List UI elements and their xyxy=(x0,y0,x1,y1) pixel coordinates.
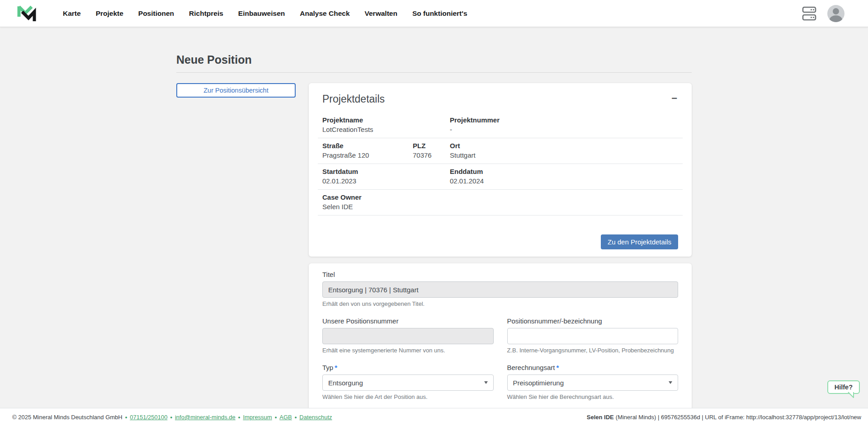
nav-item-analyse-check[interactable]: Analyse Check xyxy=(300,9,349,18)
nav-item-projekte[interactable]: Projekte xyxy=(96,9,123,18)
separator-dot: • xyxy=(275,414,277,421)
projektnummer-value: - xyxy=(450,126,678,133)
collapse-minus-icon[interactable]: − xyxy=(670,93,678,104)
strasse-value: Pragstraße 120 xyxy=(322,151,404,159)
avatar-head xyxy=(833,8,839,14)
help-button-label: Hilfe? xyxy=(835,384,853,391)
avatar-shoulders xyxy=(830,15,842,22)
startdatum-label: Startdatum xyxy=(322,168,441,175)
page-title: Neue Position xyxy=(176,53,692,66)
table-row: Startdatum 02.01.2023 Enddatum 02.01.202… xyxy=(318,164,683,190)
projektname-label: Projektname xyxy=(322,116,441,124)
copyright-text: © 2025 Mineral Minds Deutschland GmbH xyxy=(12,414,123,421)
typ-selected-value: Entsorgung xyxy=(328,379,363,387)
session-user: Selen IDE xyxy=(587,414,614,421)
table-row: Straße Pragstraße 120 PLZ 70376 Ort Stut… xyxy=(318,138,683,164)
titel-helper-text: Erhält den von uns vorgegebenen Titel. xyxy=(322,300,678,307)
nav-item-richtpreis[interactable]: Richtpreis xyxy=(189,9,223,18)
server-icon[interactable] xyxy=(802,6,816,21)
startdatum-value: 02.01.2023 xyxy=(322,177,441,185)
enddatum-label: Enddatum xyxy=(450,168,678,175)
berechnungsart-selected-value: Preisoptimierung xyxy=(513,379,564,387)
footer-link-phone[interactable]: 07151/250100 xyxy=(130,414,167,421)
nav-item-so-funktionierts[interactable]: So funktioniert's xyxy=(412,9,467,18)
ort-value: Stuttgart xyxy=(450,151,678,159)
new-position-form-card: Titel Erhält den von uns vorgegebenen Ti… xyxy=(309,263,692,408)
project-card-title: Projektdetails xyxy=(322,93,385,105)
project-details-table: Projektname LotCreationTests Projektnumm… xyxy=(318,112,683,215)
required-asterisk: * xyxy=(556,364,559,371)
session-info: (Mineral Minds) | 69576255536d | URL of … xyxy=(616,414,861,421)
positionsnummer-helper-text: Z.B. Interne-Vorgangsnummer, LV-Position… xyxy=(507,347,679,354)
unsere-positionsnummer-helper-text: Erhält eine systemgenerierte Nummer von … xyxy=(322,347,494,354)
user-avatar-icon[interactable] xyxy=(827,5,844,22)
session-status-text: Selen IDE(Mineral Minds) | 69576255536d … xyxy=(587,414,861,421)
main-navigation: Karte Projekte Positionen Richtpreis Ein… xyxy=(63,9,467,18)
case-owner-label: Case Owner xyxy=(322,193,678,201)
plz-value: 70376 xyxy=(413,151,441,159)
footer-link-impressum[interactable]: Impressum xyxy=(243,414,272,421)
typ-helper-text: Wählen Sie hier die Art der Position aus… xyxy=(322,393,494,400)
main-content: Neue Position Zur Positionsübersicht Pro… xyxy=(0,27,868,408)
table-row: Projektname LotCreationTests Projektnumm… xyxy=(318,112,683,138)
typ-field-group: Typ* Entsorgung Wählen Sie hier die Art … xyxy=(322,364,494,400)
enddatum-value: 02.01.2024 xyxy=(450,177,678,185)
ort-label: Ort xyxy=(450,142,678,150)
mineral-minds-logo-icon[interactable] xyxy=(16,3,37,24)
left-column: Zur Positionsübersicht xyxy=(176,83,296,98)
speech-bubble-tail-icon xyxy=(848,392,855,398)
project-details-card: Projektdetails − Projektname LotCreation… xyxy=(309,83,692,257)
separator-dot: • xyxy=(295,414,297,421)
separator-dot: • xyxy=(125,414,127,421)
positionsnummer-label: Positionsnummer/-bezeichnung xyxy=(507,317,679,325)
typ-label: Typ* xyxy=(322,364,494,371)
unsere-positionsnummer-input xyxy=(322,328,494,344)
footer-link-datenschutz[interactable]: Datenschutz xyxy=(299,414,332,421)
separator-dot: • xyxy=(238,414,241,421)
berechnungsart-field-group: Berechnungsart* Preisoptimierung Wählen … xyxy=(507,364,679,400)
chevron-down-icon xyxy=(669,381,672,384)
unsere-positionsnummer-field-group: Unsere Positionsnummer Erhält eine syste… xyxy=(322,317,494,354)
projektname-value: LotCreationTests xyxy=(322,126,441,133)
berechnungsart-helper-text: Wählen Sie hier die Berechnungsart aus. xyxy=(507,393,679,400)
plz-label: PLZ xyxy=(413,142,441,150)
back-to-positions-button[interactable]: Zur Positionsübersicht xyxy=(176,83,296,98)
typ-select[interactable]: Entsorgung xyxy=(322,375,494,391)
unsere-positionsnummer-label: Unsere Positionsnummer xyxy=(322,317,494,325)
footer-left: © 2025 Mineral Minds Deutschland GmbH • … xyxy=(12,414,332,421)
nav-item-verwalten[interactable]: Verwalten xyxy=(365,9,397,18)
nav-item-positionen[interactable]: Positionen xyxy=(138,9,174,18)
titel-field-group: Titel Erhält den von uns vorgegebenen Ti… xyxy=(322,271,678,307)
footer-link-agb[interactable]: AGB xyxy=(279,414,292,421)
footer-link-email[interactable]: info@mineral-minds.de xyxy=(175,414,236,421)
positionsnummer-field-group: Positionsnummer/-bezeichnung Z.B. Intern… xyxy=(507,317,679,354)
chevron-down-icon xyxy=(484,381,488,384)
help-button[interactable]: Hilfe? xyxy=(827,380,860,394)
nav-item-einbauweisen[interactable]: Einbauweisen xyxy=(238,9,285,18)
go-to-project-details-button[interactable]: Zu den Projektdetails xyxy=(601,234,678,249)
titel-label: Titel xyxy=(322,271,678,278)
table-row: Case Owner Selen IDE xyxy=(318,190,683,215)
titel-input xyxy=(322,281,678,298)
navbar-right-controls xyxy=(802,5,844,22)
case-owner-value: Selen IDE xyxy=(322,203,678,211)
right-column: Projektdetails − Projektname LotCreation… xyxy=(309,83,692,408)
projektnummer-label: Projektnummer xyxy=(450,116,678,124)
berechnungsart-select[interactable]: Preisoptimierung xyxy=(507,375,679,391)
top-navbar: Karte Projekte Positionen Richtpreis Ein… xyxy=(0,0,868,27)
berechnungsart-label: Berechnungsart* xyxy=(507,364,679,371)
title-divider xyxy=(176,72,692,73)
footer: © 2025 Mineral Minds Deutschland GmbH • … xyxy=(0,408,868,426)
positionsnummer-input[interactable] xyxy=(507,328,679,344)
separator-dot: • xyxy=(170,414,172,421)
required-asterisk: * xyxy=(335,364,337,371)
strasse-label: Straße xyxy=(322,142,404,150)
nav-item-karte[interactable]: Karte xyxy=(63,9,81,18)
